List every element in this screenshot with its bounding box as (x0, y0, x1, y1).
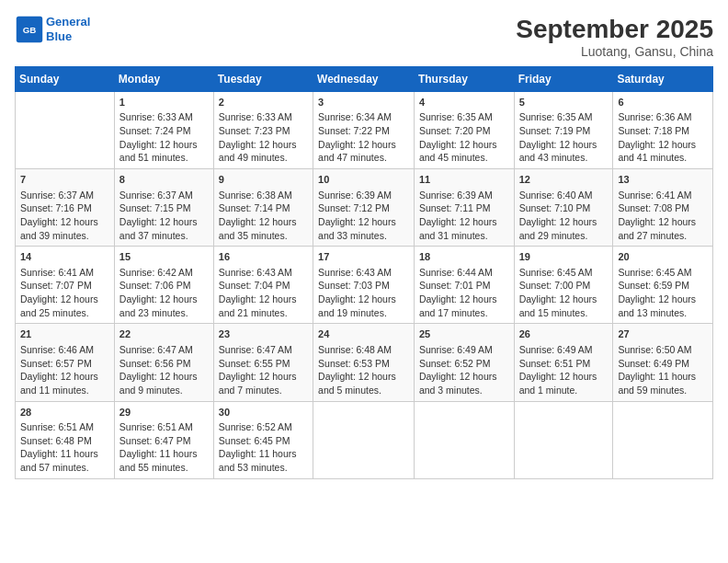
day-number: 20 (618, 250, 708, 264)
sunset-text: Sunset: 7:11 PM (419, 201, 509, 215)
day-number: 27 (618, 327, 708, 341)
daylight-text: Daylight: 12 hours and 13 minutes. (618, 293, 708, 319)
day-number: 26 (519, 327, 609, 341)
daylight-text: Daylight: 12 hours and 3 minutes. (419, 370, 509, 396)
daylight-text: Daylight: 12 hours and 7 minutes. (219, 370, 308, 396)
day-cell: 4Sunrise: 6:35 AMSunset: 7:20 PMDaylight… (414, 92, 514, 169)
sunrise-text: Sunrise: 6:34 AM (318, 110, 409, 124)
day-number: 3 (318, 96, 409, 109)
sunset-text: Sunset: 7:01 PM (419, 279, 509, 293)
day-number: 6 (618, 96, 708, 109)
day-cell: 11Sunrise: 6:39 AMSunset: 7:11 PMDayligh… (414, 169, 514, 247)
day-cell: 7Sunrise: 6:37 AMSunset: 7:16 PMDaylight… (16, 169, 115, 247)
daylight-text: Daylight: 12 hours and 37 minutes. (119, 215, 209, 242)
daylight-text: Daylight: 12 hours and 47 minutes. (318, 138, 409, 165)
daylight-text: Daylight: 12 hours and 25 minutes. (20, 293, 109, 319)
day-number: 1 (119, 96, 209, 109)
day-number: 12 (519, 173, 609, 187)
week-row-3: 14Sunrise: 6:41 AMSunset: 7:07 PMDayligh… (16, 247, 713, 324)
day-number: 10 (318, 173, 409, 187)
sunrise-text: Sunrise: 6:52 AM (219, 420, 308, 434)
daylight-text: Daylight: 12 hours and 29 minutes. (519, 215, 609, 242)
sunrise-text: Sunrise: 6:44 AM (419, 266, 509, 280)
week-row-1: 1Sunrise: 6:33 AMSunset: 7:24 PMDaylight… (16, 92, 713, 169)
daylight-text: Daylight: 12 hours and 19 minutes. (318, 293, 409, 319)
sunrise-text: Sunrise: 6:46 AM (20, 343, 109, 357)
sunrise-text: Sunrise: 6:49 AM (419, 343, 509, 357)
sunrise-text: Sunrise: 6:51 AM (20, 420, 109, 434)
daylight-text: Daylight: 12 hours and 33 minutes. (318, 215, 409, 242)
sunset-text: Sunset: 6:52 PM (419, 357, 509, 371)
sunset-text: Sunset: 7:18 PM (618, 124, 708, 138)
day-number: 19 (519, 250, 609, 264)
daylight-text: Daylight: 12 hours and 49 minutes. (219, 138, 308, 165)
sunset-text: Sunset: 6:53 PM (318, 357, 409, 371)
week-row-4: 21Sunrise: 6:46 AMSunset: 6:57 PMDayligh… (16, 324, 713, 401)
day-cell: 5Sunrise: 6:35 AMSunset: 7:19 PMDaylight… (514, 92, 613, 169)
week-row-5: 28Sunrise: 6:51 AMSunset: 6:48 PMDayligh… (16, 401, 713, 478)
sunrise-text: Sunrise: 6:37 AM (20, 189, 109, 202)
day-cell (313, 401, 415, 478)
sunset-text: Sunset: 7:20 PM (419, 124, 509, 138)
sunset-text: Sunset: 7:06 PM (119, 279, 209, 293)
logo-text: General Blue (46, 15, 90, 43)
sunrise-text: Sunrise: 6:39 AM (318, 189, 409, 202)
day-number: 8 (119, 173, 209, 187)
sunset-text: Sunset: 6:56 PM (119, 357, 209, 371)
daylight-text: Daylight: 12 hours and 5 minutes. (318, 370, 409, 396)
header-monday: Monday (114, 67, 213, 92)
daylight-text: Daylight: 12 hours and 1 minute. (519, 370, 609, 396)
day-cell (514, 401, 613, 478)
logo-line2: Blue (46, 29, 72, 43)
daylight-text: Daylight: 11 hours and 59 minutes. (618, 370, 708, 396)
day-cell: 18Sunrise: 6:44 AMSunset: 7:01 PMDayligh… (414, 247, 514, 324)
page-header: GB General Blue September 2025 Luotang, … (15, 15, 713, 59)
logo-icon: GB (15, 15, 44, 44)
daylight-text: Daylight: 12 hours and 11 minutes. (20, 370, 109, 396)
calendar-title: September 2025 (516, 15, 713, 44)
sunset-text: Sunset: 7:10 PM (519, 201, 609, 215)
daylight-text: Daylight: 12 hours and 39 minutes. (20, 215, 109, 242)
day-cell (613, 401, 713, 478)
day-number: 2 (219, 96, 308, 109)
sunrise-text: Sunrise: 6:42 AM (119, 266, 209, 280)
day-number: 16 (219, 250, 308, 264)
day-number: 30 (219, 406, 308, 419)
day-number: 18 (419, 250, 509, 264)
sunset-text: Sunset: 6:48 PM (20, 434, 109, 448)
day-cell: 16Sunrise: 6:43 AMSunset: 7:04 PMDayligh… (213, 247, 313, 324)
sunrise-text: Sunrise: 6:50 AM (618, 343, 708, 357)
day-number: 25 (419, 327, 509, 341)
sunrise-text: Sunrise: 6:43 AM (318, 266, 409, 280)
day-number: 28 (20, 406, 109, 419)
sunrise-text: Sunrise: 6:41 AM (20, 266, 109, 280)
header-wednesday: Wednesday (313, 67, 415, 92)
day-cell: 10Sunrise: 6:39 AMSunset: 7:12 PMDayligh… (313, 169, 415, 247)
header-saturday: Saturday (613, 67, 713, 92)
day-cell: 14Sunrise: 6:41 AMSunset: 7:07 PMDayligh… (16, 247, 115, 324)
day-cell: 17Sunrise: 6:43 AMSunset: 7:03 PMDayligh… (313, 247, 415, 324)
sunrise-text: Sunrise: 6:36 AM (618, 110, 708, 124)
logo-line1: General (46, 15, 90, 29)
sunset-text: Sunset: 7:23 PM (219, 124, 308, 138)
sunrise-text: Sunrise: 6:33 AM (219, 110, 308, 124)
calendar-header-row: SundayMondayTuesdayWednesdayThursdayFrid… (16, 67, 713, 92)
day-number: 5 (519, 96, 609, 109)
header-sunday: Sunday (16, 67, 115, 92)
day-cell: 15Sunrise: 6:42 AMSunset: 7:06 PMDayligh… (114, 247, 213, 324)
day-cell: 30Sunrise: 6:52 AMSunset: 6:45 PMDayligh… (213, 401, 313, 478)
day-cell: 20Sunrise: 6:45 AMSunset: 6:59 PMDayligh… (613, 247, 713, 324)
day-cell: 27Sunrise: 6:50 AMSunset: 6:49 PMDayligh… (613, 324, 713, 401)
day-number: 23 (219, 327, 308, 341)
sunrise-text: Sunrise: 6:35 AM (419, 110, 509, 124)
sunset-text: Sunset: 7:14 PM (219, 201, 308, 215)
sunset-text: Sunset: 6:59 PM (618, 279, 708, 293)
daylight-text: Daylight: 12 hours and 43 minutes. (519, 138, 609, 165)
day-cell: 21Sunrise: 6:46 AMSunset: 6:57 PMDayligh… (16, 324, 115, 401)
sunset-text: Sunset: 7:03 PM (318, 279, 409, 293)
title-block: September 2025 Luotang, Gansu, China (516, 15, 713, 59)
daylight-text: Daylight: 12 hours and 31 minutes. (419, 215, 509, 242)
sunset-text: Sunset: 6:55 PM (219, 357, 308, 371)
daylight-text: Daylight: 12 hours and 35 minutes. (219, 215, 308, 242)
day-number: 4 (419, 96, 509, 109)
